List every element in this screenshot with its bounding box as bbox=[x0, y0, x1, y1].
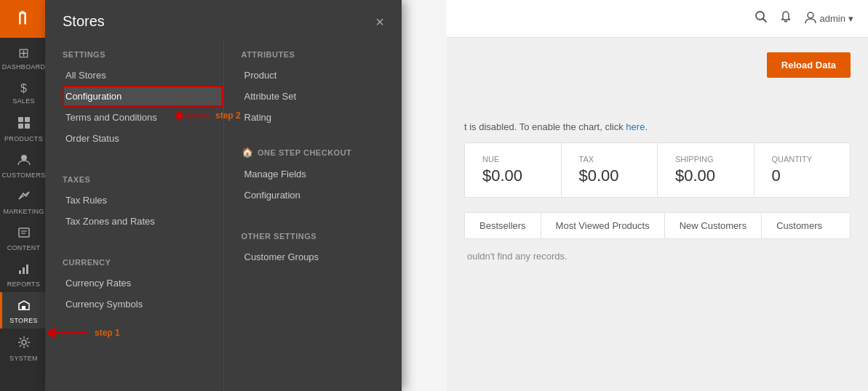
svg-rect-3 bbox=[25, 124, 30, 129]
sidebar-item-system[interactable]: SYSTEM bbox=[0, 328, 45, 366]
stores-menu-tax-rules[interactable]: Tax Rules bbox=[63, 190, 223, 211]
stat-revenue: nue $0.00 bbox=[465, 143, 562, 197]
stat-quantity-value: 0 bbox=[772, 166, 833, 185]
bell-icon[interactable] bbox=[779, 10, 792, 27]
reload-data-button[interactable]: Reload Data bbox=[767, 52, 851, 78]
magento-logo[interactable] bbox=[0, 0, 45, 38]
stores-menu-product[interactable]: Product bbox=[242, 65, 402, 86]
stat-revenue-label: nue bbox=[482, 155, 544, 164]
svg-rect-2 bbox=[18, 124, 23, 129]
stores-menu-rating[interactable]: Rating bbox=[242, 107, 402, 128]
sidebar-item-products[interactable]: PRODUCTS bbox=[0, 109, 45, 147]
stores-menu-currency-rates[interactable]: Currency Rates bbox=[63, 273, 223, 294]
sidebar-item-reports[interactable]: REPORTS bbox=[0, 256, 45, 292]
sidebar-item-sales[interactable]: $ SALES bbox=[0, 75, 45, 109]
svg-rect-6 bbox=[19, 228, 29, 237]
stat-revenue-value: $0.00 bbox=[482, 166, 544, 185]
stat-shipping: Shipping $0.00 bbox=[658, 143, 754, 197]
stores-menu-order-status[interactable]: Order Status bbox=[63, 128, 223, 149]
tabs-row: Bestsellers Most Viewed Products New Cus… bbox=[464, 212, 851, 239]
stores-menu-configuration[interactable]: Configuration bbox=[63, 86, 223, 107]
sales-icon: $ bbox=[20, 82, 27, 95]
svg-point-13 bbox=[22, 340, 26, 344]
stores-panel: Stores × Settings All Stores Configurati… bbox=[45, 0, 402, 391]
stores-panel-body: Settings All Stores Configuration Terms … bbox=[45, 39, 402, 391]
sidebar-item-reports-label: REPORTS bbox=[7, 281, 40, 288]
stores-icon bbox=[17, 299, 31, 315]
svg-rect-12 bbox=[22, 306, 25, 310]
stores-menu-attribute-set[interactable]: Attribute Set bbox=[242, 86, 402, 107]
svg-line-15 bbox=[763, 19, 766, 23]
stores-right-column: Attributes Product Attribute Set Rating … bbox=[224, 39, 402, 391]
stat-shipping-label: Shipping bbox=[675, 155, 736, 164]
search-icon[interactable] bbox=[754, 10, 768, 27]
stores-menu-customer-groups[interactable]: Customer Groups bbox=[242, 246, 402, 267]
svg-marker-5 bbox=[19, 192, 29, 199]
sidebar-item-content-label: CONTENT bbox=[7, 244, 41, 251]
main-content: admin ▾ Reload Data t is disabled. To en… bbox=[447, 0, 868, 391]
reports-icon bbox=[17, 263, 31, 278]
sidebar-item-system-label: SYSTEM bbox=[9, 355, 38, 362]
stat-quantity: Quantity 0 bbox=[754, 143, 851, 197]
settings-section-title: Settings bbox=[63, 39, 223, 65]
sidebar: ⊞ DASHBOARD $ SALES PRODUCTS bbox=[0, 0, 45, 391]
tab-new-customers[interactable]: New Customers bbox=[665, 213, 762, 238]
sidebar-item-products-label: PRODUCTS bbox=[4, 135, 43, 142]
stat-tax: Tax $0.00 bbox=[562, 143, 658, 197]
user-icon bbox=[804, 11, 817, 26]
house-icon: 🏠 bbox=[242, 147, 254, 158]
dropdown-icon: ▾ bbox=[848, 13, 853, 24]
stores-panel-header: Stores × bbox=[45, 0, 402, 39]
chart-disabled-message: t is disabled. To enable the chart, clic… bbox=[464, 121, 851, 132]
sidebar-item-customers[interactable]: CUSTOMERS bbox=[0, 147, 45, 183]
one-step-checkout-header: 🏠 One Step Checkout bbox=[242, 135, 402, 164]
svg-rect-1 bbox=[25, 117, 30, 122]
taxes-section-title: Taxes bbox=[63, 164, 223, 190]
stat-tax-label: Tax bbox=[579, 155, 640, 164]
chart-enable-link[interactable]: here bbox=[626, 121, 645, 132]
sidebar-item-marketing-label: MARKETING bbox=[3, 208, 44, 215]
svg-rect-11 bbox=[26, 265, 28, 274]
sidebar-item-customers-label: CUSTOMERS bbox=[1, 172, 45, 179]
attributes-section-title: Attributes bbox=[242, 39, 402, 65]
content-icon bbox=[17, 227, 31, 242]
sidebar-item-sales-label: SALES bbox=[12, 97, 35, 105]
stores-menu-tax-zones[interactable]: Tax Zones and Rates bbox=[63, 211, 223, 232]
stores-left-column: Settings All Stores Configuration Terms … bbox=[45, 39, 224, 391]
currency-section-title: Currency bbox=[63, 246, 223, 273]
svg-point-16 bbox=[808, 12, 813, 18]
sidebar-item-stores[interactable]: STORES bbox=[0, 292, 45, 328]
sidebar-item-content[interactable]: CONTENT bbox=[0, 219, 45, 256]
username-label: admin bbox=[820, 13, 845, 24]
one-step-checkout-title: One Step Checkout bbox=[258, 148, 351, 157]
stores-close-button[interactable]: × bbox=[375, 15, 384, 29]
system-icon bbox=[17, 336, 31, 352]
svg-rect-10 bbox=[23, 267, 25, 274]
tab-bestsellers[interactable]: Bestsellers bbox=[465, 213, 541, 238]
products-icon bbox=[17, 116, 31, 133]
svg-rect-9 bbox=[19, 270, 21, 274]
svg-rect-0 bbox=[18, 117, 23, 122]
dashboard-icon: ⊞ bbox=[18, 45, 29, 61]
tab-most-viewed[interactable]: Most Viewed Products bbox=[541, 213, 665, 238]
sidebar-item-dashboard-label: DASHBOARD bbox=[2, 63, 46, 70]
other-settings-section-title: Other Settings bbox=[242, 220, 402, 246]
sidebar-item-marketing[interactable]: MARKETING bbox=[0, 183, 45, 219]
topbar: admin ▾ bbox=[447, 0, 868, 38]
sidebar-item-dashboard[interactable]: ⊞ DASHBOARD bbox=[0, 38, 45, 75]
tab-customers[interactable]: Customers bbox=[762, 213, 837, 238]
stats-row: nue $0.00 Tax $0.00 Shipping $0.00 Quant… bbox=[464, 142, 851, 198]
stores-menu-manage-fields[interactable]: Manage Fields bbox=[242, 164, 402, 185]
stores-menu-terms[interactable]: Terms and Conditions bbox=[63, 107, 223, 128]
user-menu[interactable]: admin ▾ bbox=[804, 11, 853, 26]
marketing-icon bbox=[17, 190, 31, 206]
stat-quantity-label: Quantity bbox=[772, 155, 833, 164]
customers-icon bbox=[17, 154, 31, 169]
stores-menu-all-stores[interactable]: All Stores bbox=[63, 65, 223, 86]
stores-menu-currency-symbols[interactable]: Currency Symbols bbox=[63, 294, 223, 315]
stat-tax-value: $0.00 bbox=[579, 166, 640, 185]
stat-shipping-value: $0.00 bbox=[675, 166, 736, 185]
dashboard-area: Reload Data t is disabled. To enable the… bbox=[447, 38, 868, 391]
stores-menu-oc-configuration[interactable]: Configuration bbox=[242, 185, 402, 206]
no-records-message: ouldn't find any records. bbox=[464, 239, 851, 273]
